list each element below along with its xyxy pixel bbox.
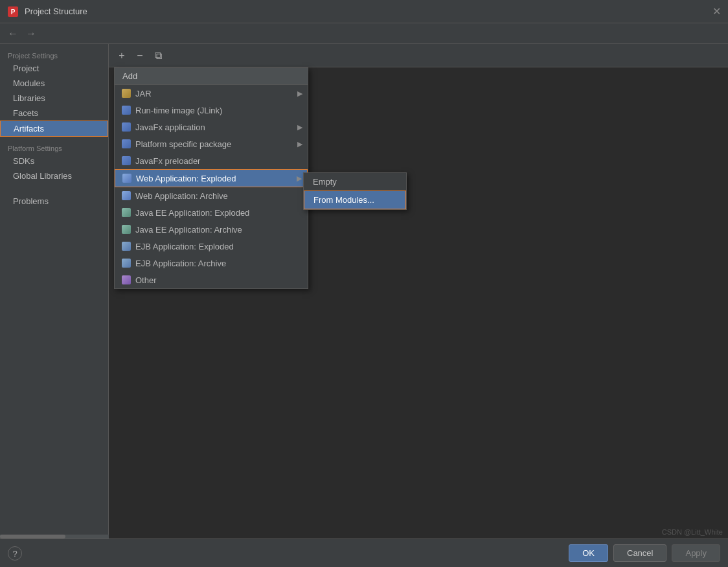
web-exploded-icon — [122, 173, 132, 183]
ok-button[interactable]: OK — [569, 544, 608, 562]
submenu: Empty From Modules... — [303, 172, 407, 210]
sidebar-item-global-libraries[interactable]: Global Libraries — [0, 168, 108, 183]
sidebar-scrollbar[interactable] — [0, 535, 109, 538]
jar-icon — [121, 88, 131, 98]
ejb-exploded-icon — [121, 241, 131, 251]
sidebar-item-modules[interactable]: Modules — [0, 76, 108, 91]
menu-item-runtime-image[interactable]: Run-time image (JLink) — [115, 102, 308, 119]
menu-item-javafx-app[interactable]: JavaFx application ▶ — [115, 119, 308, 135]
menu-item-other[interactable]: Other — [115, 272, 308, 288]
menu-item-javaee-exploded[interactable]: Java EE Application: Exploded — [115, 204, 308, 221]
content-area: + − ⧉ Add JAR ▶ Run-time image (JLink) — [109, 44, 728, 538]
platform-settings-label: Platform Settings — [0, 142, 108, 154]
bottom-bar: ? OK Cancel Apply — [0, 538, 728, 567]
dropdown-header: Add — [115, 68, 308, 85]
add-dropdown-menu: Add JAR ▶ Run-time image (JLink) — [114, 67, 308, 289]
arrow-icon: ▶ — [297, 123, 302, 132]
menu-item-ejb-exploded[interactable]: EJB Application: Exploded — [115, 238, 308, 255]
menu-item-javaee-archive[interactable]: Java EE Application: Archive — [115, 221, 308, 238]
arrow-icon: ▶ — [297, 174, 302, 183]
web-archive-icon — [121, 191, 131, 201]
add-button[interactable]: + — [114, 48, 130, 64]
sidebar-item-libraries[interactable]: Libraries — [0, 91, 108, 106]
sidebar-scrollbar-thumb — [0, 535, 65, 538]
menu-item-javafx-preloader[interactable]: JavaFx preloader — [115, 152, 308, 169]
sidebar-item-artifacts[interactable]: Artifacts — [0, 121, 108, 137]
title-text: Project Structure — [25, 6, 87, 16]
menu-item-platform-specific[interactable]: Platform specific package ▶ — [115, 135, 308, 152]
arrow-icon: ▶ — [297, 89, 302, 98]
javaee-exploded-icon — [121, 207, 131, 218]
forward-button[interactable]: → — [23, 27, 39, 41]
apply-button[interactable]: Apply — [672, 544, 720, 562]
copy-button[interactable]: ⧉ — [150, 48, 166, 64]
platform-icon — [121, 139, 131, 149]
nav-bar: ← → — [0, 23, 728, 44]
back-button[interactable]: ← — [5, 27, 21, 41]
javaee-archive-icon — [121, 224, 131, 235]
submenu-item-empty[interactable]: Empty — [304, 173, 406, 191]
help-button[interactable]: ? — [8, 546, 22, 561]
preloader-icon — [121, 156, 131, 166]
arrow-icon: ▶ — [297, 140, 302, 148]
ejb-archive-icon — [121, 258, 131, 268]
submenu-item-from-modules[interactable]: From Modules... — [304, 191, 406, 209]
menu-item-web-exploded[interactable]: Web Application: Exploded ▶ — [115, 169, 308, 187]
sidebar-item-facets[interactable]: Facets — [0, 106, 108, 121]
runtime-icon — [121, 105, 131, 115]
title-bar: P Project Structure ✕ — [0, 0, 728, 23]
project-settings-label: Project Settings — [0, 49, 108, 61]
app-icon: P — [6, 5, 19, 18]
sidebar: Project Settings Project Modules Librari… — [0, 44, 109, 538]
close-button[interactable]: ✕ — [711, 6, 722, 17]
menu-item-web-archive[interactable]: Web Application: Archive — [115, 187, 308, 204]
content-toolbar: + − ⧉ — [109, 44, 728, 67]
javafx-icon — [121, 122, 131, 132]
cancel-button[interactable]: Cancel — [613, 544, 666, 562]
sidebar-item-project[interactable]: Project — [0, 61, 108, 76]
svg-text:P: P — [11, 8, 16, 16]
sidebar-item-sdks[interactable]: SDKs — [0, 154, 108, 168]
main-layout: Project Settings Project Modules Librari… — [0, 44, 728, 538]
menu-item-jar[interactable]: JAR ▶ — [115, 85, 308, 102]
sidebar-item-problems[interactable]: Problems — [0, 194, 108, 209]
other-icon — [121, 275, 131, 285]
watermark-text: CSDN @Litt_White — [662, 528, 723, 536]
menu-item-ejb-archive[interactable]: EJB Application: Archive — [115, 255, 308, 272]
remove-button[interactable]: − — [132, 48, 148, 64]
